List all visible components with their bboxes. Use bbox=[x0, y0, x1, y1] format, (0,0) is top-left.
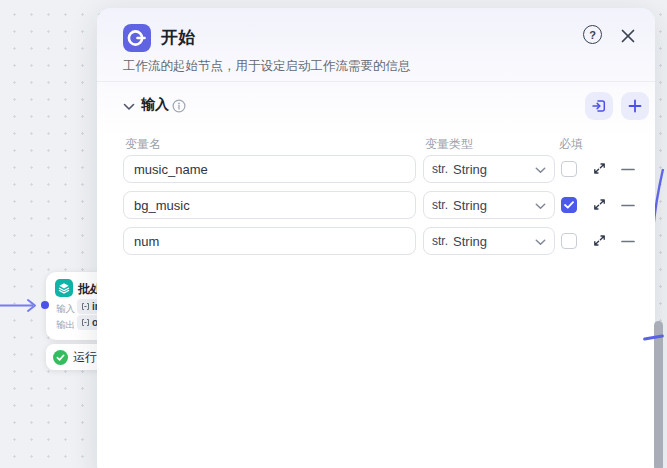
type-prefix: str. bbox=[432, 234, 448, 248]
vertical-scrollbar[interactable] bbox=[654, 321, 663, 468]
connection-edge-icon bbox=[0, 296, 46, 316]
import-variables-button[interactable] bbox=[585, 92, 613, 120]
variable-row: str. String bbox=[97, 227, 655, 255]
variable-name-input[interactable] bbox=[123, 227, 416, 255]
column-header-required: 必填 bbox=[559, 136, 583, 153]
variable-type-select[interactable]: str. String bbox=[423, 155, 555, 183]
expand-icon[interactable] bbox=[593, 234, 606, 247]
close-icon[interactable] bbox=[620, 28, 636, 44]
variable-name-input[interactable] bbox=[123, 191, 416, 219]
type-value: String bbox=[453, 234, 487, 249]
workflow-canvas: 批处理_ 输入 input 输出 output 运行成功 bbox=[0, 0, 667, 468]
batch-icon bbox=[55, 279, 73, 297]
panel-description: 工作流的起始节点，用于设定启动工作流需要的信息 bbox=[123, 58, 411, 74]
start-node-panel: 开始 ? 工作流的起始节点，用于设定启动工作流需要的信息 输入 bbox=[97, 8, 655, 468]
node-input-port[interactable] bbox=[41, 301, 49, 309]
chevron-down-icon[interactable] bbox=[123, 103, 135, 111]
node-output-label: 输出 bbox=[56, 319, 75, 332]
type-prefix: str. bbox=[432, 162, 448, 176]
minus-icon bbox=[621, 240, 635, 243]
remove-variable-button[interactable] bbox=[621, 168, 635, 171]
column-header-type: 变量类型 bbox=[425, 136, 473, 153]
panel-title: 开始 bbox=[161, 25, 195, 51]
chevron-down-icon bbox=[535, 239, 546, 246]
node-input-label: 输入 bbox=[56, 303, 75, 316]
header-divider bbox=[97, 81, 655, 82]
type-prefix: str. bbox=[432, 198, 448, 212]
minus-icon bbox=[621, 168, 635, 171]
expand-icon[interactable] bbox=[593, 162, 606, 175]
success-check-icon bbox=[53, 350, 68, 365]
minus-icon bbox=[621, 204, 635, 207]
variable-icon bbox=[81, 318, 90, 327]
remove-variable-button[interactable] bbox=[621, 240, 635, 243]
required-checkbox[interactable] bbox=[561, 161, 577, 177]
chevron-down-icon bbox=[535, 167, 546, 174]
type-value: String bbox=[453, 162, 487, 177]
input-section-title: 输入 bbox=[141, 96, 169, 114]
plus-icon bbox=[628, 99, 642, 113]
import-icon bbox=[591, 98, 607, 114]
variable-type-select[interactable]: str. String bbox=[423, 227, 555, 255]
help-icon[interactable]: ? bbox=[583, 25, 602, 44]
add-variable-button[interactable] bbox=[621, 92, 649, 120]
variable-icon bbox=[81, 302, 90, 311]
required-checkbox[interactable] bbox=[561, 197, 577, 213]
type-value: String bbox=[453, 198, 487, 213]
start-node-icon bbox=[123, 24, 151, 52]
chevron-down-icon bbox=[535, 203, 546, 210]
variable-type-select[interactable]: str. String bbox=[423, 191, 555, 219]
remove-variable-button[interactable] bbox=[621, 204, 635, 207]
variable-name-input[interactable] bbox=[123, 155, 416, 183]
required-checkbox[interactable] bbox=[561, 233, 577, 249]
info-icon bbox=[172, 99, 186, 113]
column-header-name: 变量名 bbox=[125, 136, 161, 153]
variable-row: str. String bbox=[97, 155, 655, 183]
expand-icon[interactable] bbox=[593, 198, 606, 211]
variable-row: str. String bbox=[97, 191, 655, 219]
